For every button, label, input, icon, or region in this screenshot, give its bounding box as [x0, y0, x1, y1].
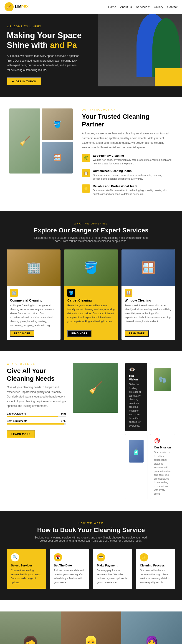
service-card-window: 🪟 🪟 Window Cleaning Enjoy streak-free wi… — [122, 250, 175, 340]
feature-eco: 🌿 Eco-Friendly Cleaning We use non-toxic… — [82, 154, 173, 166]
services-grid: 🏢 🏢 Commercial Cleaning At Limpex Cleani… — [7, 250, 175, 340]
why-description: Give all your cleaning needs to Limpex a… — [7, 385, 66, 408]
process-desc: Our team will arrive and perform a thoro… — [140, 568, 171, 584]
why-title: Give All Your Cleaning Needs — [7, 367, 66, 382]
nav-home[interactable]: Home — [108, 5, 116, 9]
select-title: Select Services — [11, 564, 42, 567]
window-body: 🪟 Window Cleaning Enjoy streak-free wind… — [122, 286, 175, 340]
commercial-image: 🏢 — [7, 250, 60, 286]
intro-image-1: 🧹 — [9, 108, 40, 174]
progress-expert: Expert Cleaners 86% — [7, 412, 66, 417]
carpet-read-more-button[interactable]: READ MORE — [67, 330, 92, 337]
service-card-commercial: 🏢 🏢 Commercial Cleaning At Limpex Cleani… — [7, 250, 60, 340]
why-section: WHY CHOOSE US Give All Your Cleaning Nee… — [0, 351, 182, 511]
vision-description: To be the leading provider of top-qualit… — [129, 382, 144, 428]
commercial-read-more-button[interactable]: READ MORE — [10, 330, 34, 337]
vision-icon: 👁️ — [129, 366, 144, 372]
hero-cta-icon: ▶ — [12, 80, 14, 83]
payment-desc: Securely pay for your service online. We… — [97, 568, 128, 584]
window-read-more-button[interactable]: READ MORE — [125, 330, 149, 337]
logo[interactable]: 🧹 LIMPEX — [4, 2, 29, 11]
how-label: HOW WE WORK — [7, 522, 175, 524]
nav-gallery[interactable]: Gallery — [154, 5, 163, 9]
carpet-icon: 🪣 — [67, 289, 75, 297]
hero-content: WELCOME TO LIMPEX Making Your Space Shin… — [0, 14, 98, 97]
vision-card: 👁️ Our Vision To be the leading provider… — [125, 363, 148, 432]
intro-title: Your Trusted Cleaning Partner — [82, 113, 173, 128]
nav-about[interactable]: About us — [120, 5, 132, 9]
process-title: Cleaning Process — [140, 564, 171, 567]
testimonial-image-3: 🧕 Excellent service from start to finish… — [121, 612, 182, 644]
intro-description: At Limpex, we are more than just a clean… — [82, 131, 173, 150]
custom-icon: 📋 — [82, 169, 90, 177]
nav-contact[interactable]: Contact — [167, 5, 178, 9]
commercial-body: 🏢 Commercial Cleaning At Limpex Cleaning… — [7, 286, 60, 340]
navbar: 🧹 LIMPEX Home About us Services ▾ Galler… — [0, 0, 182, 14]
services-header: WHAT WE OFFERING Explore Our Range of Ex… — [7, 222, 175, 243]
expert-bar — [7, 416, 66, 417]
step-make-payment: 💳 Make Payment Securely pay for your ser… — [93, 549, 132, 588]
equip-bar — [7, 423, 66, 424]
window-title: Window Cleaning — [125, 298, 172, 302]
date-icon: 📅 — [54, 553, 62, 562]
carpet-desc: Revitalise your carpets with our eco-fri… — [67, 304, 115, 328]
step-set-date: 📅 Set The Date Pick a convenient date an… — [50, 549, 89, 588]
window-desc: Enjoy streak-free windows with our eco-f… — [125, 304, 172, 328]
hero-image — [98, 14, 182, 97]
testimonials-grid: 👩 Limpex transformed our office with the… — [0, 612, 182, 644]
equip-value: 97% — [61, 420, 66, 422]
reliable-description: Our trained staff is committed to delive… — [93, 188, 173, 196]
custom-title: Customized Cleaning Plans — [93, 169, 173, 172]
progress-equip: Best Equipments 97% — [7, 420, 66, 424]
hero-description: At Limpex, we believe that every space d… — [7, 54, 80, 72]
intro-image-2: 🪣 — [42, 108, 73, 140]
expert-fill — [7, 416, 58, 417]
step-select-services: 🔍 Select Services Choose the cleaning se… — [7, 549, 46, 588]
feature-custom: 📋 Customized Cleaning Plans Our services… — [82, 169, 173, 181]
why-image-2: 🧴 — [129, 440, 144, 462]
hero-cta-button[interactable]: ▶ GET IN TOUCH — [7, 77, 42, 86]
why-center-image: 🧹 — [73, 363, 118, 413]
payment-title: Make Payment — [97, 564, 128, 567]
testimonial-image-1: 👩 Limpex transformed our office with the… — [0, 612, 61, 644]
services-title: Explore Our Range of Expert Services — [7, 227, 175, 234]
carpet-body: 🪣 Carpet Cleaning Revitalise your carpet… — [64, 286, 118, 340]
testimonial-3: 🧕 Excellent service from start to finish… — [121, 612, 182, 644]
nav-services[interactable]: Services ▾ — [136, 5, 150, 9]
why-center: 🧹 — [73, 363, 118, 499]
select-desc: Choose the cleaning service that fits yo… — [11, 568, 42, 584]
intro-content: OUR INTRODUCTION Your Trusted Cleaning P… — [82, 108, 173, 200]
feature-reliable: ⭐ Reliable and Professional Team Our tra… — [82, 184, 173, 196]
equip-fill — [7, 423, 64, 424]
eco-icon: 🌿 — [82, 154, 90, 162]
services-description: Explore our range of expert services des… — [34, 236, 148, 243]
services-section: WHAT WE OFFERING Explore Our Range of Ex… — [0, 211, 182, 352]
date-desc: Pick a convenient date and time for your… — [54, 568, 85, 584]
select-icon: 🔍 — [11, 553, 19, 562]
carpet-image: 🪣 — [64, 250, 118, 286]
how-section: HOW WE WORK How to Book Your Cleaning Se… — [0, 511, 182, 600]
intro-image-3: 🪟 — [42, 142, 73, 174]
how-steps: 🔍 Select Services Choose the cleaning se… — [7, 549, 175, 588]
commercial-title: Commercial Cleaning — [10, 298, 57, 302]
reliable-icon: ⭐ — [82, 184, 90, 192]
mission-card: 🎯 Our Mission Our mission is to deliver … — [150, 434, 175, 499]
testimonial-2: 👱‍♀️ Our home has never looked better! T… — [61, 612, 122, 644]
why-image-1: 🧤 — [154, 368, 171, 391]
mission-title: Our Mission — [154, 446, 171, 449]
commercial-icon: 🏢 — [10, 289, 18, 297]
testimonials-section: 👩 Limpex transformed our office with the… — [0, 600, 182, 644]
expert-value: 86% — [61, 412, 66, 415]
why-label: WHY CHOOSE US — [7, 363, 66, 365]
intro-section: 🧹 🪣 🪟 OUR INTRODUCTION Your Trusted Clea… — [0, 97, 182, 211]
why-left: WHY CHOOSE US Give All Your Cleaning Nee… — [7, 363, 66, 499]
payment-icon: 💳 — [97, 553, 105, 562]
mission-icon: 🎯 — [154, 438, 171, 444]
why-learn-more-button[interactable]: LEARN MORE — [7, 430, 35, 438]
date-title: Set The Date — [54, 564, 85, 567]
reliable-title: Reliable and Professional Team — [93, 184, 173, 188]
custom-description: Our services are tailored to meet your s… — [93, 173, 173, 181]
how-description: Booking your cleaning service with us is… — [34, 536, 148, 542]
process-icon: ✨ — [140, 553, 148, 562]
step-cleaning-process: ✨ Cleaning Process Our team will arrive … — [136, 549, 175, 588]
